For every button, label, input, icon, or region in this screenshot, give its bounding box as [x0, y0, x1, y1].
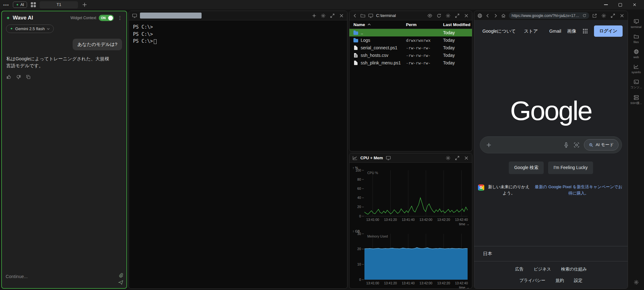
model-selector[interactable]: ✦ Gemini 2.5 flash: [6, 25, 54, 33]
file-icon: [354, 46, 358, 50]
lens-camera-icon[interactable]: [574, 142, 580, 148]
promo-link[interactable]: 最新の Google Pixel を新生活キャンペーンでお得に購入。: [533, 184, 624, 196]
file-table-header: Name Perm Last Modified: [349, 20, 472, 29]
footer-link[interactable]: 設定: [574, 278, 582, 283]
footer-link[interactable]: 規約: [555, 278, 564, 283]
sidebar-item-web[interactable]: web: [630, 49, 643, 59]
feeling-lucky-button[interactable]: I'm Feeling Lucky: [548, 161, 593, 174]
svg-text:0: 0: [359, 278, 361, 282]
widgets-grid-icon[interactable]: [31, 2, 36, 7]
back-icon[interactable]: [353, 13, 358, 18]
close-icon[interactable]: [464, 13, 469, 18]
widget-context-toggle[interactable]: ON: [99, 15, 114, 21]
block-title-input[interactable]: [140, 13, 202, 19]
url-text: https://www.google.com/?hl=ja&zx=1771994…: [512, 14, 580, 18]
file-name: serial_connect.ps1: [361, 45, 397, 50]
search-box[interactable]: AI モード: [480, 136, 622, 153]
wave-ai-header: ✦ Wave AI Widget Context ON ⋮: [2, 11, 126, 23]
thumbs-up-icon[interactable]: [6, 74, 11, 79]
show-hidden-eye-icon[interactable]: [427, 13, 432, 18]
footer-link[interactable]: プライバシー: [519, 278, 546, 283]
maximize-button[interactable]: [619, 3, 622, 7]
expand-icon[interactable]: [610, 13, 615, 18]
close-icon[interactable]: [464, 156, 469, 161]
svg-text:13:41:20: 13:41:20: [384, 218, 397, 222]
widget-sidebar: terminalfileswebsysinfoコンソ...SSH接...: [630, 11, 643, 289]
google-apps-icon[interactable]: [582, 28, 588, 34]
sidebar-item-sysinfo[interactable]: sysinfo: [630, 64, 643, 74]
ai-mode-label: AI モード: [596, 142, 614, 148]
send-icon[interactable]: [118, 280, 123, 285]
file-row[interactable]: ssh_hosts.csv-rw-rw-rw-Today: [349, 52, 472, 59]
sidebar-item-label: sysinfo: [631, 70, 641, 74]
csv-icon: [354, 53, 358, 57]
nav-about-link[interactable]: Googleについて: [482, 28, 516, 34]
expand-icon[interactable]: [455, 156, 460, 161]
column-perm[interactable]: Perm: [406, 22, 443, 27]
gear-icon[interactable]: [446, 156, 451, 161]
expand-icon[interactable]: [330, 13, 335, 18]
open-external-icon[interactable]: [592, 13, 597, 18]
nav-store-link[interactable]: ストア: [524, 28, 538, 34]
refresh-icon[interactable]: [436, 13, 441, 18]
file-row[interactable]: LogsdrwxrwxrwxToday: [349, 36, 472, 44]
svg-text:80: 80: [357, 178, 361, 181]
column-name[interactable]: Name: [349, 22, 406, 27]
attach-paperclip-icon[interactable]: [118, 273, 123, 278]
wave-ai-button[interactable]: ✦ AI: [13, 2, 27, 8]
sidebar-item-label: web: [633, 55, 639, 59]
sidebar-item-label: terminal: [631, 25, 641, 29]
terminal-output[interactable]: PS C:\>PS C:\>PS C:\>: [129, 20, 347, 48]
plus-icon[interactable]: [486, 142, 492, 148]
close-icon[interactable]: [619, 13, 625, 18]
model-name: Gemini 2.5 flash: [15, 26, 45, 31]
nav-images-link[interactable]: 画像: [567, 28, 576, 34]
sidebar-item-terminal[interactable]: terminal: [630, 19, 643, 29]
thumbs-down-icon[interactable]: [16, 74, 21, 79]
folder-icon: [353, 31, 358, 35]
sidebar-item-ssh[interactable]: SSH接...: [630, 95, 643, 105]
settings-gear-icon[interactable]: [634, 280, 639, 285]
tab-t1[interactable]: T1: [40, 1, 78, 8]
charts-area: ↑ %13:41:0013:41:2013:41:4013:42:0013:42…: [349, 163, 472, 289]
close-window-button[interactable]: [633, 3, 636, 7]
file-row[interactable]: ssh_plink_menu.ps1-rw-rw-rw-Today: [349, 59, 472, 67]
gear-icon[interactable]: [446, 13, 451, 18]
footer-link[interactable]: 検索の仕組み: [561, 266, 587, 272]
forward-icon[interactable]: [493, 13, 498, 18]
nav-gmail-link[interactable]: Gmail: [549, 29, 561, 34]
svg-text:13:42:00: 13:42:00: [419, 281, 432, 285]
column-modified[interactable]: Last Modified: [443, 22, 472, 27]
sparkle-icon: ✦: [16, 3, 19, 7]
ai-input[interactable]: [6, 273, 116, 279]
gear-icon[interactable]: [601, 13, 606, 18]
svg-text:20: 20: [357, 205, 361, 209]
back-icon[interactable]: [485, 13, 490, 18]
sidebar-item-files[interactable]: files: [630, 34, 643, 44]
sort-asc-icon: [368, 24, 371, 25]
app-menu-icon[interactable]: •••: [3, 2, 9, 8]
sysinfo-block-header: CPU + Mem: [349, 153, 472, 163]
new-tab-button[interactable]: [82, 2, 87, 8]
footer-link[interactable]: 広告: [515, 266, 524, 272]
ai-mode-button[interactable]: AI モード: [584, 139, 619, 150]
file-row[interactable]: ..Today: [349, 29, 472, 36]
gear-icon[interactable]: [321, 13, 326, 18]
url-bar[interactable]: https://www.google.com/?hl=ja&zx=1771994…: [509, 12, 589, 19]
footer-link[interactable]: ビジネス: [534, 266, 551, 272]
signin-button[interactable]: ログイン: [594, 25, 623, 37]
close-icon[interactable]: [339, 13, 344, 18]
kebab-menu-icon[interactable]: ⋮: [118, 15, 122, 21]
magic-sparkle-icon[interactable]: [312, 13, 317, 18]
mic-icon[interactable]: [563, 142, 569, 148]
minimize-button[interactable]: [604, 4, 608, 5]
refresh-icon[interactable]: [582, 14, 586, 18]
file-row[interactable]: serial_connect.ps1-rw-rw-rw-Today: [349, 44, 472, 52]
expand-icon[interactable]: [455, 13, 460, 18]
copy-icon[interactable]: [26, 74, 31, 79]
google-search-button[interactable]: Google 検索: [509, 161, 544, 174]
computer-icon: [368, 13, 373, 18]
home-icon[interactable]: [501, 13, 506, 18]
directory-path[interactable]: C:\terminal: [376, 13, 396, 18]
sidebar-item-console[interactable]: コンソ...: [630, 79, 643, 90]
